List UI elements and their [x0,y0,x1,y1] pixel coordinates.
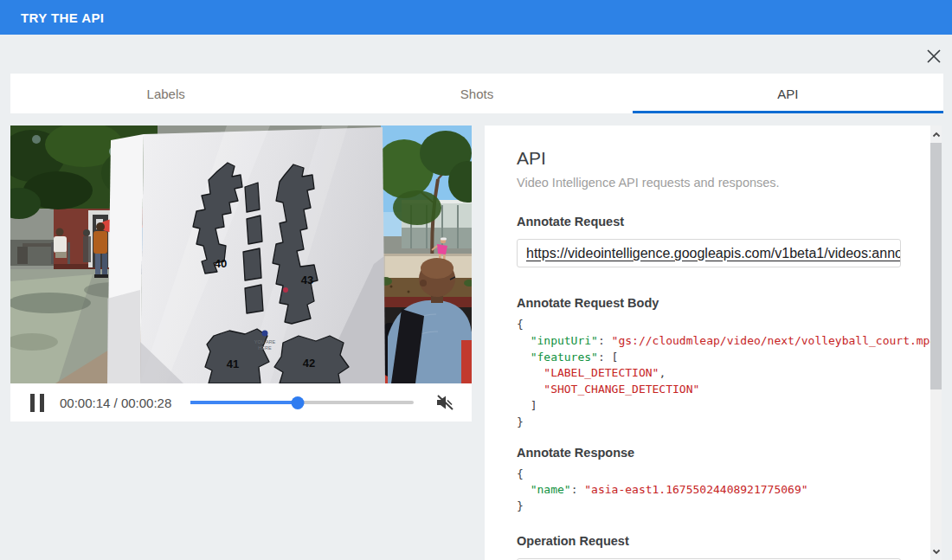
annotate-response-code: { "name": "asia-east1.167550244089217750… [517,467,901,515]
map-fragment [247,216,262,244]
map-label-42: 42 [303,357,315,370]
volume-muted-icon [434,394,454,411]
tab-shots[interactable]: Shots [321,74,632,113]
pause-icon [30,394,35,412]
close-icon [925,48,942,65]
progress-knob[interactable] [291,396,304,409]
map-fragment [243,248,261,280]
annotate-response-label: Annotate Response [517,446,901,460]
park-scene-right [375,126,472,383]
player-controls: 00:00:14 / 00:00:28 [10,383,472,422]
pause-button[interactable] [30,394,44,412]
sign-board: 40 43 41 42 YOU ARE HERE [107,126,385,383]
map-label-40: 40 [215,257,227,270]
video-frame[interactable]: 40 43 41 42 YOU ARE HERE [10,126,472,383]
annotate-request-body-label: Annotate Request Body [517,296,901,310]
map-label-41: 41 [227,357,239,370]
tab-api-text: API [777,87,798,101]
map-label-43: 43 [301,274,313,286]
annotate-request-body-code: { "inputUri": "gs://cloudmleap/video/nex… [517,317,901,431]
progress-fill [190,401,298,404]
tab-bar: Labels Shots API [10,74,943,113]
cafe-tables [10,240,54,266]
you-are-here-text: HERE [258,345,272,351]
scroll-down-icon [932,549,941,555]
panel-title: API [517,148,901,169]
scroll-thumb[interactable] [930,143,942,389]
video-player: 40 43 41 42 YOU ARE HERE 00:00:14 / 00:0… [10,126,472,422]
volume-muted-button[interactable] [434,394,454,411]
map-shape-41 [205,329,269,383]
scroll-up-button[interactable] [930,126,942,143]
api-panel: API Video Intelligence API requests and … [485,126,942,560]
you-are-here-text: YOU ARE [254,339,276,344]
app-bar-title: TRY THE API [21,10,104,25]
tab-labels[interactable]: Labels [10,74,321,113]
time-display: 00:00:14 / 00:00:28 [60,396,171,410]
operation-request-label: Operation Request [517,534,901,548]
scroll-down-button[interactable] [930,543,942,560]
tab-labels-text: Labels [147,87,185,101]
you-are-here-marker [262,331,268,337]
annotate-request-url: https://videointelligence.googleapis.com… [526,246,901,261]
seek-slider[interactable] [190,396,414,409]
app-bar: TRY THE API [0,0,952,35]
map-marker-dot [283,287,288,293]
panel-subtitle: Video Intelligence API requests and resp… [517,176,901,190]
tab-shots-text: Shots [460,87,493,101]
scroll-up-icon [932,132,941,138]
red-chair-right [461,340,472,383]
annotate-request-label: Annotate Request [517,215,901,229]
panel-scrollbar[interactable] [930,126,942,560]
close-button[interactable] [923,45,945,68]
map-fragment [245,285,263,313]
tab-api[interactable]: API [633,74,943,113]
map-fragment [245,183,260,212]
annotate-request-url-field[interactable]: https://videointelligence.googleapis.com… [517,239,901,267]
